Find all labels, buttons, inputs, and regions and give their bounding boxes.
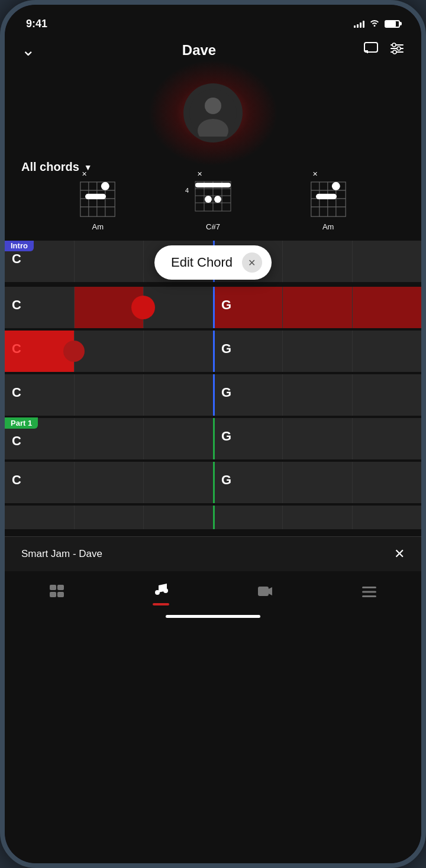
chord-row-7 xyxy=(5,506,421,529)
back-button[interactable]: ⌄ xyxy=(21,40,35,60)
svg-point-8 xyxy=(205,98,221,114)
blue-divider-3 xyxy=(213,331,215,372)
svg-rect-46 xyxy=(362,591,376,592)
green-divider-5 xyxy=(213,418,215,459)
intro-badge: Intro xyxy=(5,241,34,251)
timeline-area: Intro C Edit Chord ✕ xyxy=(5,241,421,536)
svg-rect-41 xyxy=(57,592,64,597)
chord-row-2: C G xyxy=(5,287,421,328)
grid-icon xyxy=(49,584,65,603)
nav-active-indicator xyxy=(153,603,169,605)
svg-rect-45 xyxy=(362,587,376,588)
chord-label-c-6: C xyxy=(12,472,21,488)
svg-point-28 xyxy=(214,196,221,203)
menu-icon xyxy=(361,584,377,603)
svg-rect-39 xyxy=(57,585,64,590)
edit-chord-close-button[interactable]: ✕ xyxy=(242,252,262,273)
player-bar: Smart Jam - Dave ✕ xyxy=(5,536,421,571)
chord-label-g-5: G xyxy=(221,429,231,444)
svg-rect-44 xyxy=(258,587,269,596)
svg-point-6 xyxy=(393,50,396,54)
chord-label-g-6: G xyxy=(221,472,231,488)
settings-icon[interactable] xyxy=(389,41,405,59)
phone-frame: 9:41 ⌄ Dave xyxy=(0,0,426,868)
chord-name-c7: C#7 xyxy=(206,222,220,231)
chord-diagrams: ✕ Am xyxy=(5,179,421,241)
chord-label-c-2: C xyxy=(12,297,21,313)
edit-chord-popup[interactable]: Edit Chord ✕ xyxy=(154,245,272,280)
phone-inner: 9:41 ⌄ Dave xyxy=(5,5,421,863)
svg-point-4 xyxy=(392,43,396,47)
svg-point-17 xyxy=(101,182,109,190)
edit-chord-label: Edit Chord xyxy=(171,255,233,270)
x-mark-3: ✕ xyxy=(312,170,318,178)
status-icons xyxy=(354,18,400,29)
svg-point-27 xyxy=(205,196,212,203)
svg-point-36 xyxy=(331,182,340,190)
chord-diagram-am-2[interactable]: ✕ Am xyxy=(308,179,349,231)
wifi-icon xyxy=(369,18,380,29)
battery-icon xyxy=(385,20,400,28)
x-mark: ✕ xyxy=(82,170,87,178)
chord-row-intro: Intro C Edit Chord ✕ xyxy=(5,241,421,284)
chord-name-am-2: Am xyxy=(322,222,334,231)
bottom-nav xyxy=(5,571,421,611)
status-time: 9:41 xyxy=(26,18,47,30)
player-close-button[interactable]: ✕ xyxy=(394,546,405,562)
chord-diagram-am-1[interactable]: ✕ Am xyxy=(77,179,118,231)
header-actions xyxy=(363,41,405,59)
status-bar: 9:41 xyxy=(5,5,421,34)
svg-rect-37 xyxy=(316,194,337,199)
chord-row-4: C G xyxy=(5,374,421,416)
nav-item-menu[interactable] xyxy=(349,582,389,605)
green-divider-7 xyxy=(213,506,215,529)
blue-divider-2 xyxy=(213,287,215,328)
music-icon xyxy=(153,581,169,601)
chord-label-c-5: C xyxy=(12,433,21,449)
header-title: Dave xyxy=(182,42,216,59)
blue-divider-4 xyxy=(213,374,215,416)
svg-rect-47 xyxy=(362,595,376,597)
home-indicator xyxy=(166,615,260,618)
svg-rect-26 xyxy=(195,183,231,187)
message-icon[interactable] xyxy=(363,41,379,59)
chord-label-g-3: G xyxy=(221,341,231,357)
nav-item-music[interactable] xyxy=(141,578,181,608)
svg-rect-40 xyxy=(50,592,56,597)
chord-label-c-3: C xyxy=(12,341,21,357)
chord-label-g-2: G xyxy=(221,297,231,313)
green-divider-6 xyxy=(213,462,215,503)
avatar xyxy=(183,83,243,142)
svg-rect-18 xyxy=(85,194,106,199)
chord-diagram-c7[interactable]: ✕ 4 xyxy=(192,179,234,231)
svg-point-42 xyxy=(155,590,160,595)
svg-point-5 xyxy=(397,47,401,50)
chord-label-g-4: G xyxy=(221,385,231,400)
player-title: Smart Jam - Dave xyxy=(21,548,102,560)
x-mark-2: ✕ xyxy=(197,170,202,178)
chord-row-6: C G xyxy=(5,462,421,503)
chord-name-am-1: Am xyxy=(92,222,104,231)
chord-label-c-4: C xyxy=(12,385,21,400)
video-icon xyxy=(257,584,273,603)
svg-point-43 xyxy=(163,588,168,593)
signal-icon xyxy=(354,20,364,28)
all-chords-label[interactable]: All chords xyxy=(21,160,79,174)
nav-item-video[interactable] xyxy=(245,581,285,605)
svg-rect-38 xyxy=(50,585,56,590)
nav-item-grid[interactable] xyxy=(37,581,77,605)
chord-row-5: Part 1 C G xyxy=(5,418,421,459)
artist-area xyxy=(5,66,421,160)
chord-row-3: C G xyxy=(5,331,421,372)
fret-number: 4 xyxy=(185,187,189,194)
chord-label-c-intro: C xyxy=(12,251,21,267)
part1-badge: Part 1 xyxy=(5,417,38,429)
